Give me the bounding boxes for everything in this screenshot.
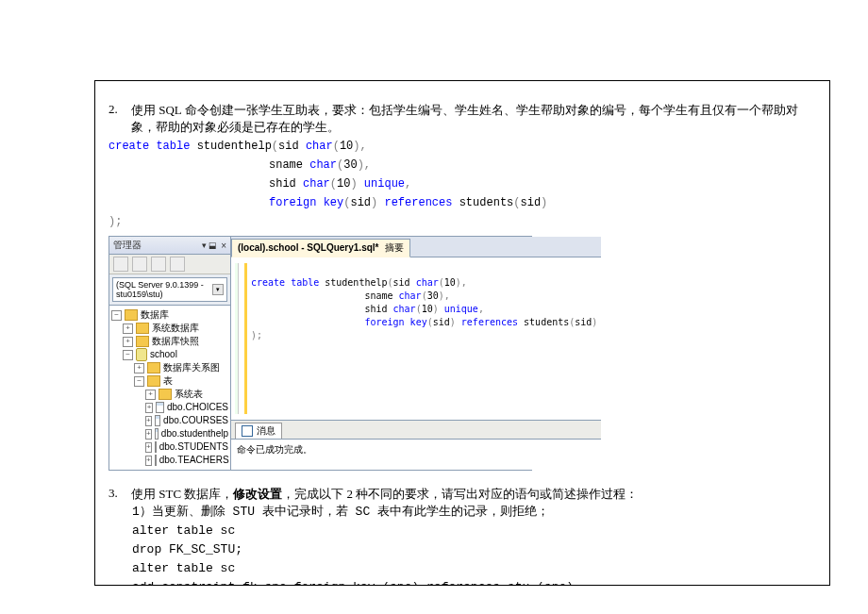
tree-tables[interactable]: −表 <box>111 374 228 388</box>
q2-sql-l5: ); <box>108 213 816 230</box>
tree-courses[interactable]: +dbo.COURSES <box>111 414 228 427</box>
sql-editor[interactable]: create table studenthelp(sid char(10), s… <box>231 257 601 421</box>
dropdown-icon[interactable]: ▾ <box>212 284 224 295</box>
tb-btn-1[interactable] <box>113 257 128 272</box>
explorer-title: 管理器 <box>113 239 142 252</box>
tree-snapshot[interactable]: +数据库快照 <box>111 335 228 348</box>
q2-sql-l4: foreign key(sid) references students(sid… <box>108 194 816 211</box>
tab-bar: (local).school - SQLQuery1.sql* 摘要 <box>231 237 601 257</box>
q2-sql-l2: sname char(30), <box>108 157 816 174</box>
question-2: 2. 使用 SQL 命令创建一张学生互助表，要求：包括学生编号、学生姓名、学生帮… <box>108 102 816 136</box>
q3-text: 使用 STC 数据库，修改设置，完成以下 2 种不同的要求，请写出对应的语句或简… <box>131 486 816 503</box>
tree-choices[interactable]: +dbo.CHOICES <box>111 401 228 414</box>
tree-students[interactable]: +dbo.STUDENTS <box>111 440 228 454</box>
tree-systables[interactable]: +系统表 <box>111 388 228 401</box>
document-page: 2. 使用 SQL 命令创建一张学生互助表，要求：包括学生编号、学生姓名、学生帮… <box>0 0 868 614</box>
query-tab[interactable]: (local).school - SQLQuery1.sql* 摘要 <box>231 239 410 257</box>
message-icon <box>242 425 253 437</box>
q3-code4: add constraint fk_sno foreign key (sno) … <box>108 578 816 586</box>
tree: −数据库 +系统数据库 +数据库快照 −school +数据库关系图 −表 +系… <box>109 305 230 470</box>
messages-body: 命令已成功完成。 <box>231 440 601 470</box>
question-3: 3. 使用 STC 数据库，修改设置，完成以下 2 种不同的要求，请写出对应的语… <box>108 486 816 503</box>
tree-sysdb[interactable]: +系统数据库 <box>111 322 228 335</box>
tree-studenthelp[interactable]: +dbo.studenthelp <box>111 427 228 440</box>
tree-databases[interactable]: −数据库 <box>111 308 228 322</box>
pin-icon[interactable]: ▾ ⬓ <box>202 241 218 250</box>
q2-sql-l3: shid char(10) unique, <box>108 175 816 192</box>
messages-tab[interactable]: 消息 <box>235 423 282 439</box>
explorer-toolbar <box>109 255 230 274</box>
content-frame: 2. 使用 SQL 命令创建一张学生互助表，要求：包括学生编号、学生姓名、学生帮… <box>94 80 830 586</box>
q3-code1: alter table sc <box>108 522 816 540</box>
connection-label: (SQL Server 9.0.1399 - stu0159\stu) <box>116 280 210 299</box>
q3-code3: alter table sc <box>108 559 816 578</box>
ssms-screenshot: 管理器 ▾ ⬓ × (SQL Server 9.0.1399 - stu0159… <box>108 236 532 471</box>
q2-sql: create table studenthelp(sid char(10), <box>108 138 816 155</box>
q3-sub1: 1）当更新、删除 STU 表中记录时，若 SC 表中有此学生的记录，则拒绝； <box>108 503 816 522</box>
explorer-title-bar: 管理器 ▾ ⬓ × <box>109 237 230 255</box>
tb-btn-3[interactable] <box>151 257 166 272</box>
close-icon[interactable]: × <box>221 241 226 251</box>
tree-diagram[interactable]: +数据库关系图 <box>111 361 228 374</box>
object-explorer: 管理器 ▾ ⬓ × (SQL Server 9.0.1399 - stu0159… <box>109 237 231 470</box>
connection-row[interactable]: (SQL Server 9.0.1399 - stu0159\stu) ▾ <box>112 277 227 302</box>
q3-number: 3. <box>108 486 125 503</box>
tb-btn-4[interactable] <box>170 257 185 272</box>
messages-tab-bar: 消息 <box>231 421 601 440</box>
tree-school[interactable]: −school <box>111 348 228 361</box>
tree-teachers[interactable]: +dbo.TEACHERS <box>111 454 228 467</box>
q2-number: 2. <box>108 102 125 136</box>
editor-pane: (local).school - SQLQuery1.sql* 摘要 creat… <box>231 237 601 470</box>
tb-btn-2[interactable] <box>132 257 147 272</box>
q2-text: 使用 SQL 命令创建一张学生互助表，要求：包括学生编号、学生姓名、学生帮助对象… <box>131 102 816 136</box>
q3-code2: drop FK_SC_STU; <box>108 540 816 559</box>
